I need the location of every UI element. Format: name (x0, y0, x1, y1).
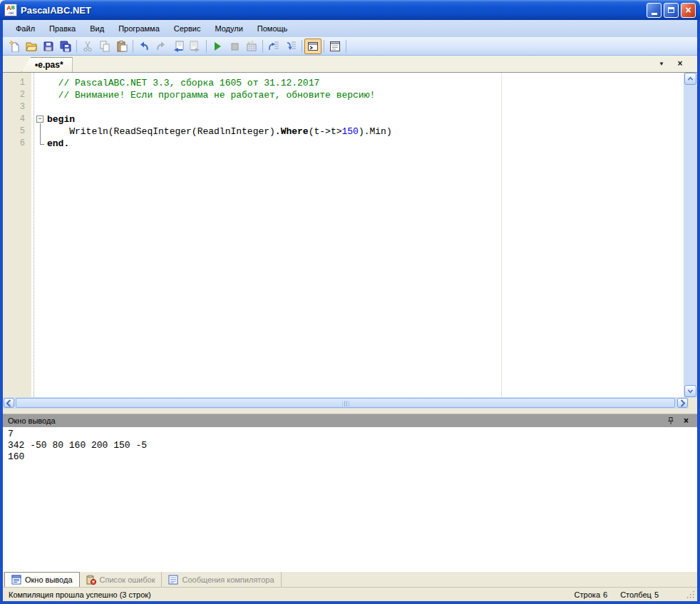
resize-grip[interactable] (686, 590, 696, 600)
scrollbar-corner (689, 397, 697, 409)
menu-item-3[interactable]: Вид (83, 21, 111, 36)
fold-cell (34, 126, 46, 138)
horizontal-scroll-thumb[interactable] (16, 398, 675, 408)
open-file-button[interactable] (23, 39, 40, 54)
line-number: 1 (3, 77, 31, 89)
paste-icon (116, 41, 128, 52)
code-line[interactable]: end. (47, 138, 684, 150)
menu-item-1[interactable]: Файл (9, 21, 42, 36)
run-button[interactable] (209, 39, 226, 54)
code-segment: Writeln(ReadSeqInteger(ReadlnInteger) (47, 126, 275, 137)
app-window: AB .net PascalABC.NET × ФайлПравкаВидПро… (0, 0, 700, 604)
compile-button[interactable] (243, 39, 260, 54)
show-output-window-button[interactable] (326, 39, 344, 54)
scroll-left-button[interactable] (4, 398, 14, 408)
cut-button[interactable] (79, 39, 96, 54)
maximize-button[interactable] (664, 3, 679, 18)
scroll-right-button[interactable] (677, 398, 688, 408)
editor-tab-epas[interactable]: •e.pas* (21, 57, 73, 72)
scroll-up-button[interactable] (684, 73, 696, 85)
stop-icon (229, 41, 240, 52)
show-output-window-icon (329, 41, 341, 52)
editor-horizontal-scrollbar[interactable] (3, 397, 689, 409)
fold-minus-icon[interactable]: − (36, 116, 43, 123)
caret-line-indicator: Строка6 (572, 590, 608, 599)
toolbar (3, 37, 697, 56)
minimize-button[interactable] (647, 3, 662, 18)
pushpin-icon (666, 416, 675, 425)
status-message: Компиляция прошла успешно (3 строк) (9, 590, 151, 599)
step-over-button[interactable] (265, 39, 282, 54)
code-segment: 150 (341, 126, 358, 137)
fold-cell (34, 89, 46, 101)
window-title: PascalABC.NET (21, 5, 91, 16)
dock-splitter[interactable] (3, 409, 697, 414)
toolbar-separator (262, 40, 263, 53)
tab-error-list[interactable]: Список ошибок (80, 572, 163, 587)
new-file-icon (9, 41, 20, 52)
code-segment: begin (47, 114, 75, 125)
menu-item-2[interactable]: Правка (42, 21, 83, 36)
new-file-button[interactable] (6, 39, 23, 54)
menu-item-5[interactable]: Сервис (167, 21, 208, 36)
step-into-icon (285, 41, 297, 52)
stop-button[interactable] (226, 39, 243, 54)
scroll-down-button[interactable] (684, 385, 696, 397)
menu-item-4[interactable]: Программа (111, 21, 167, 36)
pin-button[interactable] (665, 416, 676, 426)
chevron-down-icon (687, 388, 694, 394)
close-button[interactable]: × (681, 3, 696, 18)
output-close-button[interactable]: × (681, 416, 691, 426)
undo-icon (138, 41, 150, 52)
cut-icon (82, 41, 93, 52)
save-all-button[interactable] (57, 39, 74, 54)
code-segment: // PascalABC.NET 3.3, сборка 1605 от 31.… (47, 78, 319, 88)
paste-button[interactable] (113, 39, 130, 54)
save-file-button[interactable] (40, 39, 57, 54)
nav-forward-button[interactable] (187, 39, 204, 54)
tab-output-window[interactable]: Окно вывода (4, 572, 80, 587)
chevron-left-icon (4, 399, 14, 408)
code-line[interactable]: // Внимание! Если программа не работает,… (47, 89, 684, 101)
line-number: 6 (3, 138, 31, 150)
fold-line (40, 138, 41, 144)
scroll-thumb-grip (342, 401, 349, 406)
output-panel-title: Окно вывода (8, 416, 56, 425)
maximize-icon (668, 7, 674, 13)
tab-compiler-messages[interactable]: Сообщения компилятора (162, 572, 281, 587)
menu-item-7[interactable]: Помощь (250, 21, 295, 36)
code-line[interactable]: Writeln(ReadSeqInteger(ReadlnInteger).Wh… (47, 126, 684, 138)
code-line[interactable]: begin (47, 113, 684, 126)
output-panel-content: 7342 -50 80 160 200 150 -5160 (3, 427, 697, 571)
title-bar[interactable]: AB .net PascalABC.NET × (0, 0, 700, 20)
fold-collapse-button[interactable]: − (34, 113, 46, 126)
toolbar-separator (346, 40, 346, 53)
status-bar: Компиляция прошла успешно (3 строк) Стро… (3, 587, 697, 601)
code-segment: (t->t> (309, 126, 342, 137)
tab-label: Сообщения компилятора (182, 575, 274, 584)
editor-vertical-scrollbar[interactable] (684, 73, 697, 397)
redo-button[interactable] (153, 39, 170, 54)
save-file-icon (43, 41, 54, 52)
fold-cell (34, 101, 46, 113)
step-over-icon (268, 41, 279, 52)
code-area[interactable]: // PascalABC.NET 3.3, сборка 1605 от 31.… (47, 73, 684, 397)
nav-back-button[interactable] (170, 39, 187, 54)
error-list-icon (86, 575, 96, 585)
fold-cell (34, 138, 46, 150)
show-console-button[interactable] (304, 39, 321, 54)
app-icon: AB .net (4, 4, 17, 16)
code-editor[interactable]: 123456 − // PascalABC.NET 3.3, сборка 16… (3, 72, 697, 397)
copy-button[interactable] (96, 39, 113, 54)
tab-list-dropdown-button[interactable]: ▼ (656, 58, 667, 69)
code-line[interactable]: // PascalABC.NET 3.3, сборка 1605 от 31.… (47, 77, 684, 89)
undo-button[interactable] (135, 39, 153, 54)
tab-close-button[interactable]: × (674, 58, 686, 69)
line-number: 4 (3, 113, 31, 126)
step-into-button[interactable] (282, 39, 299, 54)
tab-label: Окно вывода (25, 575, 73, 584)
open-file-icon (26, 41, 37, 52)
menu-item-6[interactable]: Модули (207, 21, 249, 36)
code-line[interactable] (47, 101, 684, 113)
output-line: 342 -50 80 160 200 150 -5 (8, 440, 697, 451)
